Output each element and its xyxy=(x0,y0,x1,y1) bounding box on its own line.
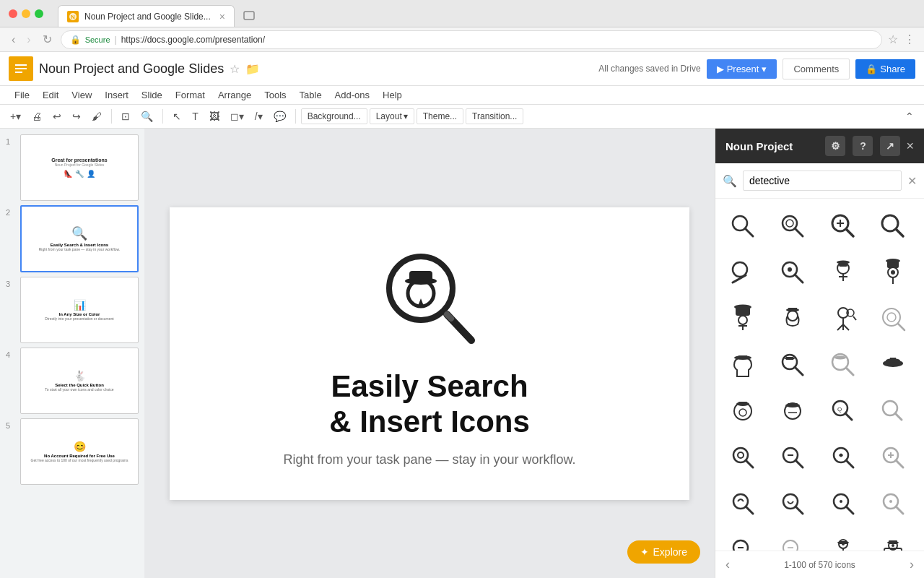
print-btn[interactable]: 🖨 xyxy=(27,108,46,125)
np-help-icon[interactable]: ? xyxy=(853,136,873,156)
np-icon-24[interactable] xyxy=(871,436,915,479)
np-icon-8[interactable] xyxy=(871,251,915,294)
reload-button[interactable]: ↻ xyxy=(40,31,55,48)
np-icon-32[interactable] xyxy=(871,528,915,551)
slide-thumb-3[interactable]: 📊 In Any Size or Color Directly into you… xyxy=(20,277,139,343)
tab-close-btn[interactable]: × xyxy=(219,11,225,22)
comments-button[interactable]: Comments xyxy=(783,59,850,79)
theme-dropdown[interactable]: Theme... xyxy=(417,108,463,124)
np-clear-button[interactable]: ✕ xyxy=(907,174,917,188)
np-icon-19[interactable]: Q xyxy=(821,389,865,433)
np-icon-26[interactable] xyxy=(771,482,814,525)
np-icon-7[interactable] xyxy=(821,251,865,294)
np-icon-16[interactable] xyxy=(871,343,915,387)
slide-item-5[interactable]: 5 😊 No Account Required for Free Use Get… xyxy=(6,418,139,485)
transition-dropdown[interactable]: Transition... xyxy=(466,108,523,124)
menu-table[interactable]: Table xyxy=(294,87,328,103)
np-icon-9[interactable] xyxy=(721,297,764,340)
menu-slide[interactable]: Slide xyxy=(136,87,168,103)
image-tool-btn[interactable]: 🖼 xyxy=(205,108,224,125)
forward-button[interactable]: › xyxy=(24,32,33,48)
comment-tool-btn[interactable]: 💬 xyxy=(269,108,290,125)
new-tab[interactable] xyxy=(235,7,263,27)
active-tab[interactable]: N Noun Project and Google Slide... × xyxy=(58,5,235,27)
np-icon-1[interactable] xyxy=(721,204,764,248)
menu-view[interactable]: View xyxy=(66,87,97,103)
collapse-toolbar-btn[interactable]: ⌃ xyxy=(901,108,918,125)
np-icon-23[interactable] xyxy=(821,436,865,479)
menu-help[interactable]: Help xyxy=(377,87,408,103)
zoom-select-btn[interactable]: ⊡ xyxy=(117,108,134,125)
slide-thumb-4[interactable]: 🐇 Select the Quick Button To start all y… xyxy=(20,348,139,414)
np-icon-31[interactable] xyxy=(821,528,865,551)
np-icon-11[interactable] xyxy=(821,297,865,340)
minimize-window-btn[interactable] xyxy=(22,9,30,18)
maximize-window-btn[interactable] xyxy=(35,9,43,18)
np-icon-20[interactable] xyxy=(871,389,915,433)
np-icon-25[interactable] xyxy=(721,482,764,525)
back-button[interactable]: ‹ xyxy=(9,32,18,48)
insert-dropdown-btn[interactable]: +▾ xyxy=(6,108,25,125)
menu-dots-button[interactable]: ⋮ xyxy=(904,33,915,46)
layout-dropdown[interactable]: Layout ▾ xyxy=(370,108,414,124)
np-icon-6[interactable] xyxy=(771,251,814,294)
present-button[interactable]: ▶ Present ▾ xyxy=(707,59,777,79)
explore-button[interactable]: ✦ Explore xyxy=(627,540,700,564)
slide-item-4[interactable]: 4 🐇 Select the Quick Button To start all… xyxy=(6,348,139,414)
np-icon-18[interactable] xyxy=(771,389,814,433)
undo-btn[interactable]: ↩ xyxy=(48,108,66,125)
np-header-icons: ⚙ ? ↗ xyxy=(825,136,900,156)
np-icon-28[interactable] xyxy=(871,482,915,525)
np-search-input[interactable] xyxy=(743,171,902,191)
np-icon-17[interactable] xyxy=(721,389,764,433)
np-share-icon[interactable]: ↗ xyxy=(880,136,900,156)
np-icon-27[interactable] xyxy=(821,482,865,525)
folder-icon[interactable]: 📁 xyxy=(245,62,260,76)
star-icon[interactable]: ☆ xyxy=(230,62,240,76)
menu-addons[interactable]: Add-ons xyxy=(329,87,375,103)
slide-item-1[interactable]: 1 Great for presentations Noun Project f… xyxy=(6,134,139,201)
np-next-button[interactable]: › xyxy=(910,557,914,572)
slide-item-3[interactable]: 3 📊 In Any Size or Color Directly into y… xyxy=(6,277,139,343)
zoom-btn[interactable]: 🔍 xyxy=(136,108,157,125)
shape-tool-btn[interactable]: ◻▾ xyxy=(226,108,248,125)
np-settings-icon[interactable]: ⚙ xyxy=(825,136,845,156)
close-window-btn[interactable] xyxy=(9,9,17,18)
menu-edit[interactable]: Edit xyxy=(37,87,64,103)
text-tool-btn[interactable]: T xyxy=(188,108,203,125)
np-icon-30[interactable] xyxy=(771,528,814,551)
redo-btn[interactable]: ↪ xyxy=(68,108,85,125)
menu-file[interactable]: File xyxy=(9,87,35,103)
background-dropdown[interactable]: Background... xyxy=(301,108,367,124)
np-icon-29[interactable] xyxy=(721,528,764,551)
np-icon-12[interactable] xyxy=(871,297,915,340)
bookmark-button[interactable]: ☆ xyxy=(888,33,898,46)
np-icon-21[interactable] xyxy=(721,436,764,479)
np-icon-3[interactable] xyxy=(821,204,865,248)
np-icon-4[interactable] xyxy=(871,204,915,248)
slide-thumb-1[interactable]: Great for presentations Noun Project for… xyxy=(20,134,139,201)
share-button[interactable]: 🔒 Share xyxy=(855,59,915,79)
slide-thumb-2[interactable]: 🔍 Easily Search & Insert Icons Right fro… xyxy=(20,205,139,272)
np-icon-15[interactable] xyxy=(821,343,865,387)
np-close-button[interactable]: × xyxy=(906,139,914,154)
select-tool-btn[interactable]: ↖ xyxy=(168,108,186,125)
doc-title[interactable]: Noun Project and Google Slides xyxy=(39,61,224,77)
np-icon-13[interactable] xyxy=(721,343,764,387)
slide-thumb-5[interactable]: 😊 No Account Required for Free Use Get f… xyxy=(20,418,139,485)
url-bar[interactable]: 🔒 Secure | https://docs.google.com/prese… xyxy=(61,30,882,49)
np-icon-22[interactable] xyxy=(771,436,814,479)
np-icon-10[interactable] xyxy=(771,297,814,340)
menu-arrange[interactable]: Arrange xyxy=(212,87,257,103)
svg-point-81 xyxy=(738,452,744,458)
menu-insert[interactable]: Insert xyxy=(99,87,134,103)
menu-tools[interactable]: Tools xyxy=(258,87,292,103)
menu-format[interactable]: Format xyxy=(170,87,211,103)
line-tool-btn[interactable]: /▾ xyxy=(250,108,267,125)
np-icon-14[interactable] xyxy=(771,343,814,387)
np-prev-button[interactable]: ‹ xyxy=(725,557,730,572)
slide-item-2[interactable]: 2 🔍 Easily Search & Insert Icons Right f… xyxy=(6,205,139,272)
paint-format-btn[interactable]: 🖌 xyxy=(87,108,106,125)
np-icon-2[interactable] xyxy=(771,204,814,248)
np-icon-5[interactable] xyxy=(721,251,764,294)
